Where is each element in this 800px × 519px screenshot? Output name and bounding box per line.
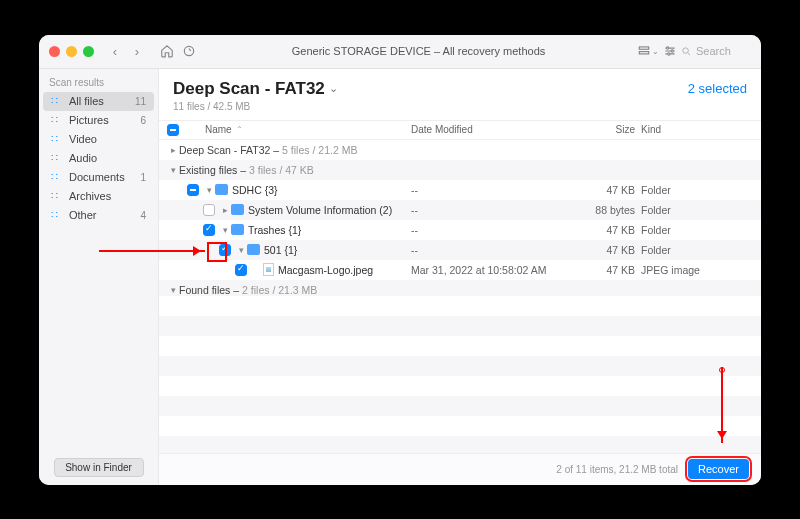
titlebar: ‹ › Generic STORAGE DEVICE – All recover… xyxy=(39,35,761,69)
table-body: ▸Deep Scan - FAT32 – 5 files / 21.2 MB▾E… xyxy=(159,140,761,297)
back-button[interactable]: ‹ xyxy=(104,40,126,62)
chevron-down-icon[interactable]: ⌄ xyxy=(329,82,338,95)
result-header: Deep Scan - FAT32 ⌄ 2 selected xyxy=(159,69,761,101)
table-header: Name ⌃ Date Modified Size Kind xyxy=(159,120,761,140)
sidebar-item-audio[interactable]: ∷Audio xyxy=(43,149,154,168)
folder-icon xyxy=(231,224,244,235)
column-size[interactable]: Size xyxy=(581,124,641,135)
minimize-window-button[interactable] xyxy=(66,46,77,57)
svg-point-0 xyxy=(184,46,193,55)
search-placeholder: Search xyxy=(696,45,731,57)
search-field[interactable]: Search xyxy=(681,45,751,57)
column-name[interactable]: Name ⌃ xyxy=(199,124,411,135)
disclosure-triangle-icon[interactable]: ▾ xyxy=(167,165,179,175)
svg-line-10 xyxy=(688,52,690,54)
result-title: Deep Scan - FAT32 xyxy=(173,79,325,99)
section-row[interactable]: ▸Deep Scan - FAT32 – 5 files / 21.2 MB xyxy=(159,140,761,160)
app-window: ‹ › Generic STORAGE DEVICE – All recover… xyxy=(39,35,761,485)
folder-icon xyxy=(247,244,260,255)
category-icon: ∷ xyxy=(51,152,64,165)
window-title: Generic STORAGE DEVICE – All recovery me… xyxy=(200,45,637,57)
row-checkbox[interactable] xyxy=(187,184,199,196)
annotation-arrow-left xyxy=(99,250,205,252)
section-row[interactable]: ▾Found files – 2 files / 21.3 MB xyxy=(159,280,761,297)
row-checkbox[interactable] xyxy=(219,244,231,256)
category-icon: ∷ xyxy=(51,171,64,184)
select-all-checkbox[interactable] xyxy=(167,124,179,136)
rescan-icon[interactable] xyxy=(178,40,200,62)
column-date[interactable]: Date Modified xyxy=(411,124,581,135)
section-row[interactable]: ▾Existing files – 3 files / 47 KB xyxy=(159,160,761,180)
file-row[interactable]: ▾SDHC {3}--47 KBFolder xyxy=(159,180,761,200)
selected-count: 2 selected xyxy=(688,81,747,96)
sidebar-item-pictures[interactable]: ∷Pictures6 xyxy=(43,111,154,130)
folder-icon xyxy=(231,204,244,215)
row-checkbox[interactable] xyxy=(203,224,215,236)
category-icon: ∷ xyxy=(51,95,64,108)
sidebar: Scan results ∷All files11∷Pictures6∷Vide… xyxy=(39,69,159,485)
folder-icon xyxy=(215,184,228,195)
sidebar-item-documents[interactable]: ∷Documents1 xyxy=(43,168,154,187)
svg-rect-2 xyxy=(639,52,648,54)
annotation-arrow-down xyxy=(721,367,723,443)
recover-button[interactable]: Recover xyxy=(688,459,749,479)
forward-button[interactable]: › xyxy=(126,40,148,62)
sidebar-item-archives[interactable]: ∷Archives xyxy=(43,187,154,206)
svg-point-7 xyxy=(671,50,673,52)
category-icon: ∷ xyxy=(51,190,64,203)
home-icon[interactable] xyxy=(156,40,178,62)
show-in-finder-button[interactable]: Show in Finder xyxy=(54,458,144,477)
footer-status: 2 of 11 items, 21.2 MB total xyxy=(556,464,678,475)
filter-button[interactable] xyxy=(659,40,681,62)
view-mode-button[interactable]: ⌄ xyxy=(637,40,659,62)
category-icon: ∷ xyxy=(51,133,64,146)
svg-point-6 xyxy=(667,47,669,49)
disclosure-triangle-icon[interactable]: ▾ xyxy=(219,225,231,235)
window-controls xyxy=(49,46,94,57)
sidebar-heading: Scan results xyxy=(39,75,158,92)
disclosure-triangle-icon[interactable]: ▾ xyxy=(235,245,247,255)
category-icon: ∷ xyxy=(51,209,64,222)
svg-point-9 xyxy=(683,47,689,53)
image-file-icon xyxy=(263,263,274,276)
sort-indicator-icon: ⌃ xyxy=(236,125,243,134)
empty-rows xyxy=(159,296,761,453)
file-row[interactable]: ▾501 {1}--47 KBFolder xyxy=(159,240,761,260)
svg-rect-1 xyxy=(639,47,648,49)
sidebar-item-all-files[interactable]: ∷All files11 xyxy=(43,92,154,111)
fullscreen-window-button[interactable] xyxy=(83,46,94,57)
svg-point-8 xyxy=(668,53,670,55)
disclosure-triangle-icon[interactable]: ▸ xyxy=(219,205,231,215)
sidebar-item-video[interactable]: ∷Video xyxy=(43,130,154,149)
row-checkbox[interactable] xyxy=(235,264,247,276)
sidebar-item-other[interactable]: ∷Other4 xyxy=(43,206,154,225)
disclosure-triangle-icon[interactable]: ▾ xyxy=(203,185,215,195)
file-row[interactable]: Macgasm-Logo.jpegMar 31, 2022 at 10:58:0… xyxy=(159,260,761,280)
file-row[interactable]: ▸System Volume Information (2)--88 bytes… xyxy=(159,200,761,220)
disclosure-triangle-icon[interactable]: ▸ xyxy=(167,145,179,155)
result-subtitle: 11 files / 42.5 MB xyxy=(159,101,761,120)
footer: 2 of 11 items, 21.2 MB total Recover xyxy=(159,453,761,485)
file-row[interactable]: ▾Trashes {1}--47 KBFolder xyxy=(159,220,761,240)
content-area: Scan results ∷All files11∷Pictures6∷Vide… xyxy=(39,69,761,485)
close-window-button[interactable] xyxy=(49,46,60,57)
category-icon: ∷ xyxy=(51,114,64,127)
column-kind[interactable]: Kind xyxy=(641,124,761,135)
disclosure-triangle-icon[interactable]: ▾ xyxy=(167,285,179,295)
row-checkbox[interactable] xyxy=(203,204,215,216)
main-panel: Deep Scan - FAT32 ⌄ 2 selected 11 files … xyxy=(159,69,761,485)
